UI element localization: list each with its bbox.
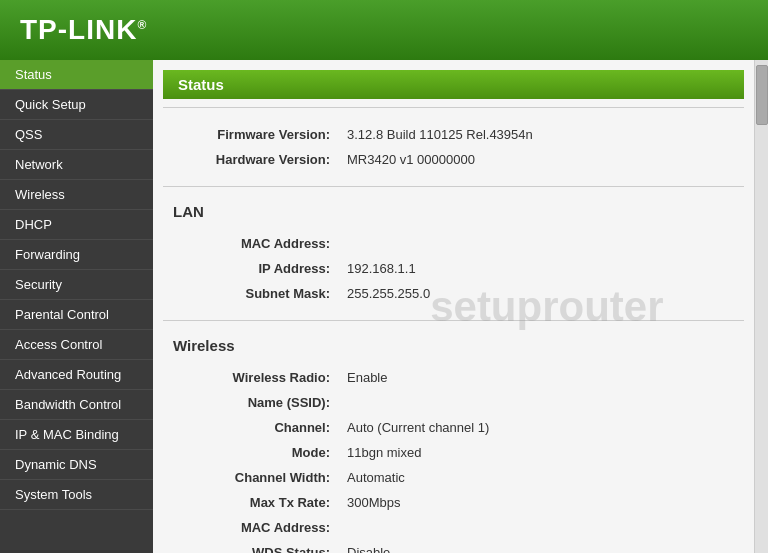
sidebar-item-wireless[interactable]: Wireless (0, 180, 153, 210)
hardware-label: Hardware Version: (165, 148, 335, 171)
sidebar-item-quick-setup[interactable]: Quick Setup (0, 90, 153, 120)
table-row: MAC Address: (165, 516, 742, 539)
wireless-table: Wireless Radio: Enable Name (SSID): Chan… (153, 359, 754, 553)
divider-lan (163, 186, 744, 187)
table-row: Firmware Version: 3.12.8 Build 110125 Re… (165, 123, 742, 146)
wireless-radio-value: Enable (337, 366, 742, 389)
sidebar-item-forwarding[interactable]: Forwarding (0, 240, 153, 270)
table-row: MAC Address: (165, 232, 742, 255)
firmware-table: Firmware Version: 3.12.8 Build 110125 Re… (153, 116, 754, 178)
wireless-maxtx-label: Max Tx Rate: (165, 491, 335, 514)
scrollbar-thumb[interactable] (756, 65, 768, 125)
content-wrapper: setuprouter Status Firmware Version: 3.1… (153, 60, 768, 553)
sidebar-item-network[interactable]: Network (0, 150, 153, 180)
lan-subnet-value: 255.255.255.0 (337, 282, 742, 305)
hardware-value: MR3420 v1 00000000 (337, 148, 742, 171)
firmware-value: 3.12.8 Build 110125 Rel.43954n (337, 123, 742, 146)
sidebar-item-dhcp[interactable]: DHCP (0, 210, 153, 240)
logo: TP-LINK® (20, 14, 147, 46)
wireless-radio-label: Wireless Radio: (165, 366, 335, 389)
content-area: setuprouter Status Firmware Version: 3.1… (153, 60, 754, 553)
firmware-label: Firmware Version: (165, 123, 335, 146)
sidebar-item-advanced-routing[interactable]: Advanced Routing (0, 360, 153, 390)
lan-table: MAC Address: IP Address: 192.168.1.1 Sub… (153, 225, 754, 312)
table-row: Name (SSID): (165, 391, 742, 414)
table-row: Mode: 11bgn mixed (165, 441, 742, 464)
lan-ip-label: IP Address: (165, 257, 335, 280)
logo-text: TP-LINK (20, 14, 137, 45)
table-row: Subnet Mask: 255.255.255.0 (165, 282, 742, 305)
table-row: IP Address: 192.168.1.1 (165, 257, 742, 280)
sidebar-item-qss[interactable]: QSS (0, 120, 153, 150)
wireless-ssid-value (337, 391, 742, 414)
sidebar-item-dynamic-dns[interactable]: Dynamic DNS (0, 450, 153, 480)
table-row: Hardware Version: MR3420 v1 00000000 (165, 148, 742, 171)
sidebar-item-ip-&-mac-binding[interactable]: IP & MAC Binding (0, 420, 153, 450)
table-row: WDS Status: Disable (165, 541, 742, 553)
lan-mac-label: MAC Address: (165, 232, 335, 255)
lan-subnet-label: Subnet Mask: (165, 282, 335, 305)
table-row: Wireless Radio: Enable (165, 366, 742, 389)
sidebar-item-security[interactable]: Security (0, 270, 153, 300)
table-row: Max Tx Rate: 300Mbps (165, 491, 742, 514)
main-layout: StatusQuick SetupQSSNetworkWirelessDHCPF… (0, 60, 768, 553)
wireless-wds-value: Disable (337, 541, 742, 553)
wireless-mac-value (337, 516, 742, 539)
lan-mac-value (337, 232, 742, 255)
wireless-width-label: Channel Width: (165, 466, 335, 489)
table-row: Channel Width: Automatic (165, 466, 742, 489)
sidebar-item-status[interactable]: Status (0, 60, 153, 90)
divider-wireless (163, 320, 744, 321)
sidebar-item-system-tools[interactable]: System Tools (0, 480, 153, 510)
wireless-channel-value: Auto (Current channel 1) (337, 416, 742, 439)
lan-ip-value: 192.168.1.1 (337, 257, 742, 280)
wireless-width-value: Automatic (337, 466, 742, 489)
sidebar-item-parental-control[interactable]: Parental Control (0, 300, 153, 330)
sidebar-item-bandwidth-control[interactable]: Bandwidth Control (0, 390, 153, 420)
wireless-mode-label: Mode: (165, 441, 335, 464)
sidebar-item-access-control[interactable]: Access Control (0, 330, 153, 360)
wireless-maxtx-value: 300Mbps (337, 491, 742, 514)
wireless-mac-label: MAC Address: (165, 516, 335, 539)
logo-suffix: ® (137, 18, 147, 32)
table-row: Channel: Auto (Current channel 1) (165, 416, 742, 439)
wireless-section-heading: Wireless (153, 329, 754, 359)
wireless-ssid-label: Name (SSID): (165, 391, 335, 414)
wireless-wds-label: WDS Status: (165, 541, 335, 553)
header: TP-LINK® (0, 0, 768, 60)
lan-section-heading: LAN (153, 195, 754, 225)
wireless-channel-label: Channel: (165, 416, 335, 439)
wireless-mode-value: 11bgn mixed (337, 441, 742, 464)
scrollbar[interactable] (754, 60, 768, 553)
divider-firmware (163, 107, 744, 108)
sidebar: StatusQuick SetupQSSNetworkWirelessDHCPF… (0, 60, 153, 553)
status-bar: Status (163, 70, 744, 99)
